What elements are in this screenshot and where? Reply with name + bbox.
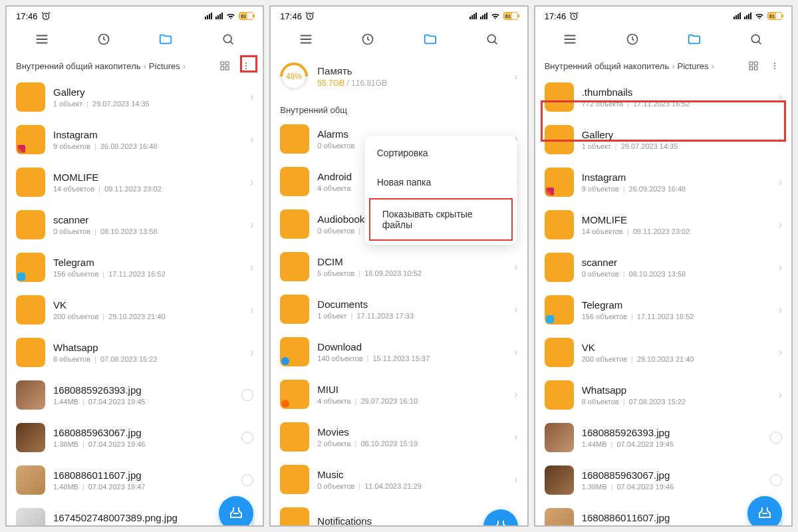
folder-icon (280, 422, 309, 452)
folder-row[interactable]: Whatsapp 8 объектов|07.08.2023 15:22 › (7, 331, 263, 374)
chevron-right-icon: › (514, 70, 517, 82)
folder-row[interactable]: Instagram 9 объектов|26.09.2023 16:48 › (535, 161, 791, 203)
folder-icon (280, 507, 309, 527)
menu-button[interactable] (558, 27, 582, 51)
storage-info[interactable]: 48% Память 55.7GB / 116.81GB › (271, 53, 527, 100)
folder-row[interactable]: Whatsapp 8 объектов|07.08.2023 15:22 › (535, 374, 791, 416)
chevron-right-icon: › (250, 91, 253, 103)
breadcrumb-folder[interactable]: Pictures (678, 61, 709, 71)
folder-icon (545, 125, 574, 154)
breadcrumb: Внутренний общий накопитель › Pictures › (7, 53, 263, 76)
signal-icon (469, 13, 477, 19)
folder-row[interactable]: DCIM 5 объектов|18.09.2023 10:52 › (271, 245, 527, 288)
file-list[interactable]: Gallery 1 объект|29.07.2023 14:35 › Inst… (7, 76, 263, 527)
select-radio[interactable] (770, 474, 782, 486)
search-button[interactable] (216, 27, 240, 51)
folder-tab-button[interactable] (418, 27, 442, 51)
file-row[interactable]: 1680886011607.jpg 1.48MB|07.04.2023 19:4… (7, 459, 263, 501)
folder-name: Gallery (53, 86, 242, 98)
battery-icon: 61 (767, 12, 782, 20)
chevron-right-icon: › (779, 134, 782, 146)
breadcrumb-root[interactable]: Внутренний общий накопитель (545, 61, 670, 71)
more-button[interactable] (767, 59, 782, 73)
breadcrumb-root[interactable]: Внутренний общий накопитель (16, 61, 141, 71)
folder-icon (545, 380, 574, 410)
folder-row[interactable]: MOMLIFE 14 объектов|09.11.2023 23:02 › (7, 161, 263, 203)
file-row[interactable]: 1680885963067.jpg 1.38MB|07.04.2023 19:4… (535, 459, 791, 501)
select-radio[interactable] (770, 432, 782, 444)
folder-row[interactable]: Gallery 1 объект|29.07.2023 14:35 › (535, 118, 791, 161)
folder-row[interactable]: .thumbnails 772 объекта|17.11.2023 16:52… (535, 76, 791, 118)
folder-icon (280, 124, 309, 154)
menu-button[interactable] (30, 27, 54, 51)
menu-new-folder[interactable]: Новая папка (365, 168, 517, 197)
select-radio[interactable] (241, 432, 253, 444)
clean-fab[interactable] (747, 496, 782, 527)
folder-name: Instagram (53, 129, 242, 140)
folder-row[interactable]: Gallery 1 объект|29.07.2023 14:35 › (7, 76, 263, 118)
folder-tab-button[interactable] (154, 27, 178, 51)
folder-meta: 0 объектов|11.04.2023 21:29 (317, 482, 506, 490)
menu-sort[interactable]: Сортировка (365, 138, 517, 168)
folder-row[interactable]: Music 0 объектов|11.04.2023 21:29 › (271, 458, 527, 501)
folder-row[interactable]: Telegram 156 объектов|17.11.2023 16:52 › (7, 246, 263, 289)
recent-button[interactable] (356, 27, 380, 51)
file-thumbnail (545, 423, 574, 452)
folder-row[interactable]: Documents 1 объект|17.11.2023 17:33 › (271, 288, 527, 331)
statusbar: 17:46 61 (535, 7, 791, 25)
folder-meta: 200 объектов|29.10.2023 21:40 (582, 355, 771, 363)
folder-row[interactable]: scanner 0 объектов|08.10.2023 13:58 › (7, 203, 263, 246)
folder-row[interactable]: VK 200 объектов|29.10.2023 21:40 › (535, 331, 791, 374)
folder-row[interactable]: VK 200 объектов|29.10.2023 21:40 › (7, 289, 263, 331)
folder-icon (545, 82, 574, 112)
chevron-right-icon: › (514, 303, 517, 315)
file-row[interactable]: 1680885926393.jpg 1.44MB|07.04.2023 19:4… (7, 374, 263, 416)
folder-row[interactable]: Download 140 объектов|15.11.2023 15:37 › (271, 331, 527, 373)
signal-icon (733, 13, 741, 19)
grid-view-button[interactable] (217, 59, 232, 73)
folder-row[interactable]: scanner 0 объектов|08.10.2023 13:58 › (535, 246, 791, 289)
chevron-right-icon: › (250, 304, 253, 316)
breadcrumb-root[interactable]: Внутренний общ (280, 105, 347, 115)
wifi-icon (226, 11, 235, 21)
file-row[interactable]: 1680885963067.jpg 1.38MB|07.04.2023 19:4… (7, 416, 263, 459)
select-radio[interactable] (241, 389, 253, 401)
folder-meta: 8 объектов|07.08.2023 15:22 (582, 398, 771, 406)
folder-name: Instagram (582, 172, 771, 183)
folder-name: Whatsapp (582, 384, 771, 396)
folder-row[interactable]: MOMLIFE 14 объектов|09.11.2023 23:02 › (535, 203, 791, 246)
storage-ring: 48% (275, 57, 314, 96)
status-time-wrap: 17:46 (16, 11, 51, 21)
status-time-wrap: 17:46 (280, 11, 315, 21)
folder-row[interactable]: MIUI 4 объекта|29.07.2023 16:10 › (271, 373, 527, 416)
breadcrumb: Внутренний общ (271, 100, 527, 118)
svg-point-12 (487, 35, 495, 43)
menu-show-hidden[interactable]: Показывать скрытые файлы (369, 198, 513, 241)
select-radio[interactable] (241, 474, 253, 486)
folder-meta: 5 объектов|18.09.2023 10:52 (317, 269, 506, 277)
alarm-icon (569, 11, 579, 21)
folder-row[interactable]: Movies 2 объекта|08.10.2023 15:19 › (271, 416, 527, 458)
search-button[interactable] (744, 27, 768, 51)
recent-button[interactable] (620, 27, 644, 51)
menu-button[interactable] (294, 27, 318, 51)
folder-icon (280, 465, 309, 494)
clean-fab[interactable] (219, 496, 253, 527)
folder-name: Music (317, 469, 506, 480)
breadcrumb-folder[interactable]: Pictures (149, 61, 180, 71)
top-toolbar (271, 25, 527, 53)
file-meta: 1.38MB|07.04.2023 19:46 (53, 440, 233, 448)
folder-tab-button[interactable] (682, 27, 706, 51)
battery-icon: 61 (503, 12, 518, 20)
search-button[interactable] (480, 27, 504, 51)
status-time: 17:46 (16, 11, 38, 21)
chevron-right-icon: › (672, 61, 674, 71)
file-row[interactable]: 1680885926393.jpg 1.44MB|07.04.2023 19:4… (535, 416, 791, 459)
folder-row[interactable]: Instagram 9 объектов|26.09.2023 16:48 › (7, 118, 263, 161)
folder-meta: 156 объектов|17.11.2023 16:52 (582, 313, 771, 321)
file-list[interactable]: .thumbnails 772 объекта|17.11.2023 16:52… (535, 76, 791, 527)
folder-meta: 9 объектов|26.09.2023 16:48 (582, 185, 771, 193)
grid-view-button[interactable] (746, 59, 761, 73)
folder-row[interactable]: Telegram 156 объектов|17.11.2023 16:52 › (535, 289, 791, 331)
recent-button[interactable] (92, 27, 116, 51)
